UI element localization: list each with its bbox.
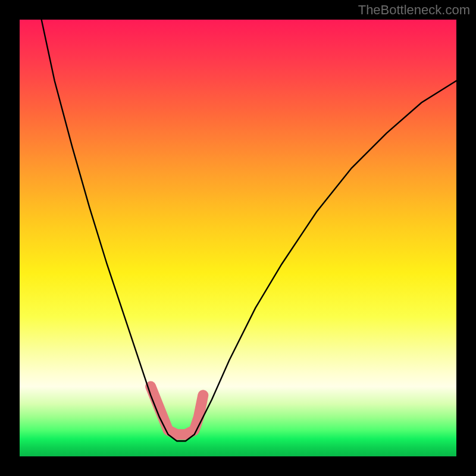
bottleneck-curve bbox=[42, 20, 456, 441]
watermark-text: TheBottleneck.com bbox=[358, 2, 470, 18]
minimum-marker bbox=[151, 387, 203, 435]
chart-plot-area bbox=[20, 20, 456, 456]
chart-svg bbox=[20, 20, 456, 456]
